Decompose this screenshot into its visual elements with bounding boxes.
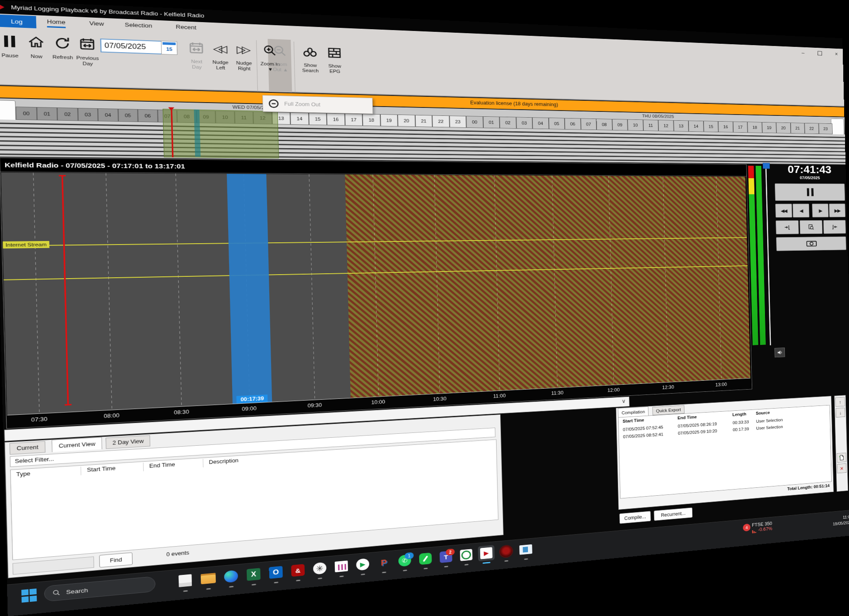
column-source[interactable]: Source [756, 410, 770, 416]
previous-day-button[interactable]: Previous Day [75, 32, 100, 67]
tray-stock-widget[interactable]: 4 FTSE 350 -0.67% [752, 518, 804, 533]
move-up-button[interactable]: ↑ [835, 397, 845, 407]
tab-2-day-view[interactable]: 2 Day View [106, 435, 151, 449]
find-input[interactable] [12, 556, 94, 574]
recurrent-button[interactable]: Recurrent... [654, 508, 693, 521]
taskbar-icon-dnd[interactable]: & [289, 562, 307, 579]
hour-cell-wed-04[interactable]: 04 [98, 108, 118, 122]
compile-button[interactable]: Compile... [620, 511, 651, 524]
transport-pause-button[interactable] [775, 184, 845, 201]
column-end-time[interactable]: End Time [149, 462, 175, 469]
column-type[interactable]: Type [16, 471, 31, 478]
minimize-button[interactable]: – [795, 48, 811, 58]
taskbar-icon-notepad[interactable] [176, 572, 195, 589]
column-start-time[interactable]: Start Time [87, 465, 115, 473]
tab-view[interactable]: View [89, 20, 104, 27]
hour-cell-thu-20[interactable]: 20 [776, 122, 791, 134]
show-search-button[interactable]: Show Search [298, 41, 323, 73]
tab-selection[interactable]: Selection [125, 21, 152, 29]
hour-cell-thu-05[interactable]: 05 [548, 118, 565, 130]
hour-cell-wed-05[interactable]: 05 [118, 109, 138, 122]
hour-cell-wed-17[interactable]: 17 [344, 113, 363, 126]
hour-cell-wed-01[interactable]: 01 [36, 107, 57, 121]
hour-cell-thu-07[interactable]: 07 [581, 118, 597, 130]
volume-slider-handle[interactable] [763, 163, 770, 168]
pause-button[interactable]: Pause [0, 30, 22, 59]
hour-cell-thu-15[interactable]: 15 [704, 121, 719, 132]
taskbar-icon-nord[interactable] [417, 551, 434, 567]
tab-current[interactable]: Current [9, 441, 46, 455]
hour-cell-wed-14[interactable]: 14 [290, 112, 309, 125]
viewer-playhead[interactable] [62, 176, 69, 404]
taskbar-icon-outlook[interactable]: O [267, 564, 285, 581]
step-forward-button[interactable]: ▶ [812, 204, 829, 218]
mark-out-button[interactable] [823, 220, 846, 234]
hour-cell-thu-22[interactable]: 22 [804, 123, 818, 134]
hour-cell-thu-18[interactable]: 18 [747, 122, 762, 133]
taskbar-icon-teams[interactable]: T2 [437, 548, 455, 565]
taskbar-icon-timer[interactable] [458, 547, 475, 563]
refresh-button[interactable]: Refresh [49, 31, 75, 61]
hour-cell-thu-03[interactable]: 03 [516, 117, 533, 129]
column-start-time[interactable]: Start Time [623, 418, 644, 424]
taskbar-icon-edge[interactable] [222, 568, 241, 585]
taskbar-icon-chatgpt[interactable]: ✳ [310, 560, 329, 577]
hour-cell-thu-08[interactable]: 08 [596, 119, 612, 130]
hour-cell-wed-23[interactable]: 23 [449, 115, 467, 128]
hour-cell-wed-16[interactable]: 16 [327, 113, 345, 126]
column-length[interactable]: Length [732, 412, 746, 417]
hour-cell-wed-00[interactable]: 00 [15, 107, 37, 120]
close-button[interactable]: × [829, 49, 844, 59]
volume-slider-track[interactable] [765, 163, 771, 345]
hour-cell-wed-18[interactable]: 18 [363, 114, 381, 126]
hour-cell-thu-01[interactable]: 01 [483, 116, 500, 128]
calendar-picker-icon[interactable]: 15 [161, 41, 177, 55]
hour-cell-thu-14[interactable]: 14 [688, 121, 704, 132]
tab-log[interactable]: Log [0, 15, 36, 28]
taskbar-icon-whatsapp[interactable]: ✆1 [396, 552, 413, 569]
taskbar-icon-media-player[interactable]: ▶ [354, 556, 372, 573]
zoom-out-button[interactable]: Zoom Out ▲ [269, 40, 292, 73]
hour-cell-thu-09[interactable]: 09 [612, 119, 628, 130]
tab-current-view[interactable]: Current View [52, 437, 103, 452]
hour-cell-thu-13[interactable]: 13 [673, 120, 689, 132]
hour-cell-wed-22[interactable]: 22 [432, 115, 449, 128]
next-day-button[interactable]: Next Day [185, 37, 208, 70]
hour-cell-wed-03[interactable]: 03 [77, 108, 98, 121]
move-down-button[interactable]: ↓ [836, 408, 845, 417]
new-item-button[interactable] [837, 453, 846, 463]
taskbar-icon-audio-editor[interactable] [332, 558, 350, 575]
delete-item-button[interactable]: ✕ [837, 463, 847, 474]
hour-cell-thu-10[interactable]: 10 [627, 119, 643, 131]
column-description[interactable]: Description [209, 458, 238, 466]
taskbar-icon-powertoys[interactable]: P [375, 554, 393, 571]
taskbar-icon-record[interactable] [498, 543, 515, 559]
selection-band[interactable] [227, 174, 272, 404]
mark-in-button[interactable] [776, 220, 799, 234]
hour-cell-thu-02[interactable]: 02 [499, 117, 516, 129]
find-button[interactable]: Find [99, 552, 133, 568]
hour-cell-wed-21[interactable]: 21 [415, 115, 432, 127]
speaker-button[interactable] [774, 348, 785, 357]
hour-cell-thu-12[interactable]: 12 [658, 120, 673, 131]
tray-clock[interactable]: 11:05 19/05/2025 [823, 514, 849, 528]
taskbar-icon-myriad-playback[interactable]: ▶ [478, 545, 495, 561]
taskbar-icon-excel[interactable]: X [244, 566, 263, 583]
show-epg-button[interactable]: Show EPG [324, 42, 345, 75]
tab-home[interactable]: Home [47, 18, 65, 28]
hour-cell-wed-06[interactable]: 06 [138, 109, 157, 122]
hour-cell-thu-19[interactable]: 19 [762, 122, 776, 133]
maximize-button[interactable] [812, 48, 827, 58]
taskbar-search[interactable]: Search [44, 576, 156, 602]
hour-cell-thu-23[interactable]: 23 [818, 123, 833, 134]
hour-cell-wed-20[interactable]: 20 [398, 115, 415, 127]
step-back-button[interactable]: ◀ [792, 204, 809, 218]
nudge-right-button[interactable]: ▷▷ Nudge Right [233, 38, 255, 72]
hour-cell-wed-19[interactable]: 19 [380, 114, 398, 126]
taskbar-icon-display[interactable] [517, 541, 534, 558]
waveform-area[interactable]: Internet Stream 00:17:39 [1, 172, 750, 415]
hour-cell-thu-21[interactable]: 21 [790, 122, 805, 134]
tab-recent[interactable]: Recent [176, 23, 196, 31]
nudge-left-button[interactable]: ◁◁ Nudge Left [209, 38, 232, 71]
hour-cell-thu-16[interactable]: 16 [718, 121, 733, 133]
